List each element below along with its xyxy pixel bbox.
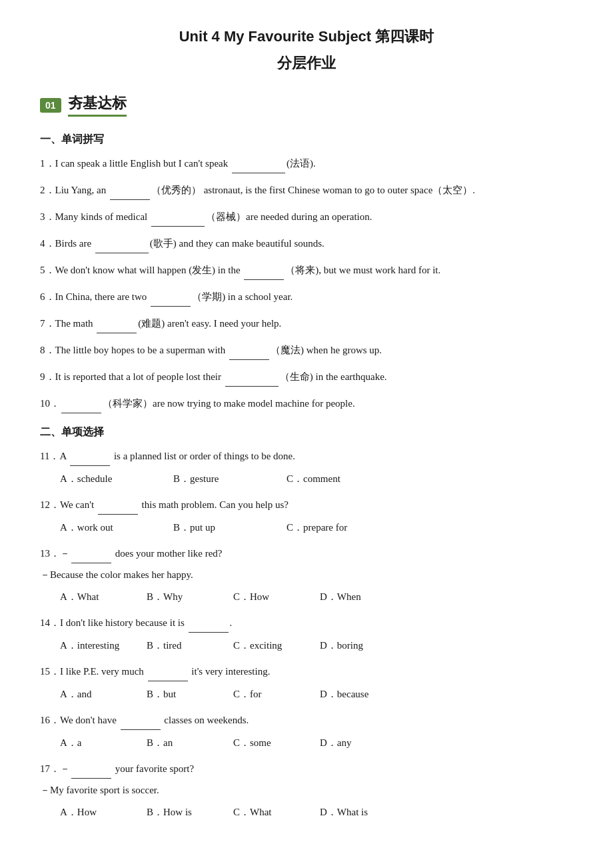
q15-optC: C．for: [233, 685, 320, 703]
badge-number: 01: [40, 98, 61, 113]
blank-14: [189, 614, 229, 633]
q16-text: 16．We don't have classes on weekends.: [40, 711, 573, 730]
q13-dialog1: 13．－ does your mother like red?: [40, 545, 573, 563]
q11-optB: B．gesture: [173, 470, 287, 488]
q9-text: 9．It is reported that a lot of people lo…: [40, 371, 387, 382]
q8-text: 8．The little boy hopes to be a superman …: [40, 345, 382, 355]
badge-label: 夯基达标: [68, 93, 127, 117]
q17-optA: A．How: [60, 803, 147, 821]
question-2: 2．Liu Yang, an （优秀的） astronaut, is the f…: [40, 181, 573, 200]
blank-7: [97, 315, 137, 333]
question-7: 7．The math (难题) aren't easy. I need your…: [40, 315, 573, 333]
question-14: 14．I don't like history because it is . …: [40, 614, 573, 655]
q11-optA: A．schedule: [60, 470, 173, 488]
question-3: 3．Many kinds of medical （器械）are needed d…: [40, 208, 573, 227]
q17-optC: C．What: [233, 803, 320, 821]
question-8: 8．The little boy hopes to be a superman …: [40, 341, 573, 360]
blank-2: [110, 181, 150, 200]
q1-text: 1．I can speak a little English but I can…: [40, 158, 316, 169]
q2-text: 2．Liu Yang, an （优秀的） astronaut, is the f…: [40, 185, 475, 195]
question-10: 10． （科学家）are now trying to make model ma…: [40, 395, 573, 413]
question-12: 12．We can't this math problem. Can you h…: [40, 496, 573, 537]
blank-15: [148, 663, 188, 681]
q13-optA: A．What: [60, 588, 147, 606]
q4-text: 4．Birds are (歌手) and they can make beaut…: [40, 238, 324, 249]
question-6: 6．In China, there are two （学期) in a scho…: [40, 288, 573, 307]
q16-optD: D．any: [320, 734, 406, 752]
q17-dialog2: －My favorite sport is soccer.: [40, 781, 573, 799]
question-13: 13．－ does your mother like red? －Because…: [40, 545, 573, 606]
q12-options: A．work out B．put up C．prepare for: [60, 519, 573, 537]
q14-options: A．interesting B．tired C．exciting D．borin…: [60, 637, 573, 655]
q15-optD: D．because: [320, 685, 406, 703]
q12-text: 12．We can't this math problem. Can you h…: [40, 496, 573, 515]
blank-13: [71, 545, 111, 563]
q11-options: A．schedule B．gesture C．comment: [60, 470, 573, 488]
q14-optB: B．tired: [147, 637, 233, 655]
q13-optB: B．Why: [147, 588, 233, 606]
q5-text: 5．We don't know what will happen (发生) in…: [40, 265, 440, 275]
blank-6: [151, 288, 191, 307]
question-5: 5．We don't know what will happen (发生) in…: [40, 261, 573, 280]
q17-optB: B．How is: [147, 803, 233, 821]
blank-12: [98, 496, 138, 515]
question-9: 9．It is reported that a lot of people lo…: [40, 368, 573, 387]
q11-text: 11．A is a planned list or order of thing…: [40, 447, 573, 466]
blank-8: [229, 341, 269, 360]
blank-16: [121, 711, 161, 730]
q17-dialog1: 17．－ your favorite sport?: [40, 760, 573, 779]
q14-text: 14．I don't like history because it is .: [40, 614, 573, 633]
question-15: 15．I like P.E. very much it's very inter…: [40, 663, 573, 703]
q15-optA: A．and: [60, 685, 147, 703]
q17-options: A．How B．How is C．What D．What is: [60, 803, 573, 821]
q16-optC: C．some: [233, 734, 320, 752]
question-4: 4．Birds are (歌手) and they can make beaut…: [40, 235, 573, 253]
q15-options: A．and B．but C．for D．because: [60, 685, 573, 703]
q13-options: A．What B．Why C．How D．When: [60, 588, 573, 606]
main-title: Unit 4 My Favourite Subject 第四课时: [40, 27, 573, 47]
q12-optC: C．prepare for: [287, 519, 400, 537]
badge-row: 01 夯基达标: [40, 93, 573, 117]
q15-text: 15．I like P.E. very much it's very inter…: [40, 663, 573, 681]
q16-options: A．a B．an C．some D．any: [60, 734, 573, 752]
q14-optC: C．exciting: [233, 637, 320, 655]
question-17: 17．－ your favorite sport? －My favorite s…: [40, 760, 573, 821]
q16-optB: B．an: [147, 734, 233, 752]
question-16: 16．We don't have classes on weekends. A．…: [40, 711, 573, 752]
q7-text: 7．The math (难题) aren't easy. I need your…: [40, 318, 281, 329]
q13-optD: D．When: [320, 588, 406, 606]
q10-text: 10． （科学家）are now trying to make model ma…: [40, 398, 355, 409]
section2-title: 二、单项选择: [40, 425, 573, 439]
q6-text: 6．In China, there are two （学期) in a scho…: [40, 291, 293, 302]
q13-optC: C．How: [233, 588, 320, 606]
q14-optA: A．interesting: [60, 637, 147, 655]
q17-optD: D．What is: [320, 803, 406, 821]
blank-9: [225, 368, 279, 387]
section1-title: 一、单词拼写: [40, 133, 573, 147]
q11-optC: C．comment: [287, 470, 400, 488]
question-11: 11．A is a planned list or order of thing…: [40, 447, 573, 488]
q14-optD: D．boring: [320, 637, 406, 655]
sub-title: 分层作业: [40, 53, 573, 73]
blank-11: [70, 447, 110, 466]
blank-4: [95, 235, 149, 253]
blank-17: [71, 760, 111, 779]
question-1: 1．I can speak a little English but I can…: [40, 155, 573, 173]
blank-1: [232, 155, 285, 173]
blank-10: [61, 395, 101, 413]
q12-optA: A．work out: [60, 519, 173, 537]
q13-dialog2: －Because the color makes her happy.: [40, 566, 573, 584]
q16-optA: A．a: [60, 734, 147, 752]
q3-text: 3．Many kinds of medical （器械）are needed d…: [40, 211, 372, 222]
blank-5a: [244, 261, 284, 280]
blank-3: [151, 208, 205, 227]
q15-optB: B．but: [147, 685, 233, 703]
q12-optB: B．put up: [173, 519, 287, 537]
